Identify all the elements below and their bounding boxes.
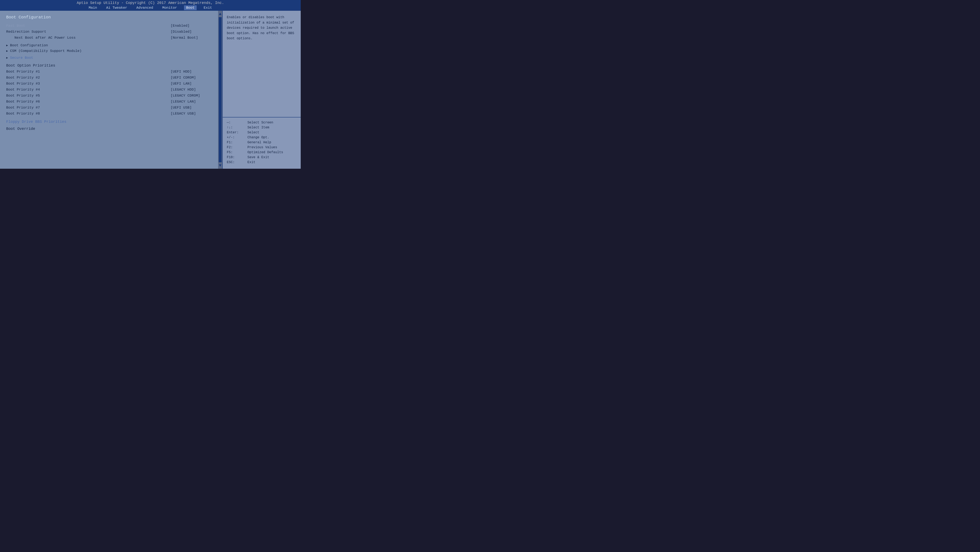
desc-change-opt: Change Opt. — [247, 136, 269, 139]
boot-priority-7-label: Boot Priority #7 — [6, 106, 170, 110]
next-boot-row: Next Boot after AC Power Loss [Normal Bo… — [6, 36, 212, 40]
arrow-icon-secure: ► — [6, 56, 8, 59]
boot-priority-1-label: Boot Priority #1 — [6, 70, 170, 73]
scrollbar-thumb — [219, 17, 222, 119]
boot-priority-8: Boot Priority #8 [LEGACY USB] — [6, 112, 212, 116]
boot-priority-8-value[interactable]: [LEGACY USB] — [170, 112, 212, 116]
redirection-support-value[interactable]: [Disabled] — [170, 30, 212, 34]
boot-priority-2-label: Boot Priority #2 — [6, 76, 170, 80]
redirection-support-row: Redirection Support [Disabled] — [6, 30, 212, 34]
boot-priority-3-label: Boot Priority #3 — [6, 82, 170, 86]
arrow-icon-csm: ► — [6, 49, 8, 53]
boot-priority-3: Boot Priority #3 [UEFI LAN] — [6, 82, 212, 86]
submenu-csm-label: CSM (Compatibility Support Module) — [10, 49, 81, 53]
boot-priority-5-label: Boot Priority #5 — [6, 94, 170, 97]
menu-item-boot[interactable]: Boot — [184, 5, 197, 10]
boot-priority-4-label: Boot Priority #4 — [6, 88, 170, 92]
submenu-csm[interactable]: ► CSM (Compatibility Support Module) — [6, 49, 212, 53]
keybinding-enter: Enter: Select — [227, 131, 297, 134]
menu-bar: Aptio Setup Utility - Copyright (C) 2017… — [0, 0, 301, 11]
submenu-boot-config[interactable]: ► Boot Configuration — [6, 43, 212, 47]
boot-priority-4: Boot Priority #4 [LEGACY HDD] — [6, 88, 212, 92]
boot-priority-8-label: Boot Priority #8 — [6, 112, 170, 116]
redirection-support-label: Redirection Support — [6, 30, 170, 34]
boot-priority-7: Boot Priority #7 [UEFI USB] — [6, 106, 212, 110]
desc-select-screen: Select Screen — [247, 121, 273, 124]
keybinding-select-item: ↑↓: Select Item — [227, 126, 297, 129]
key-f2: F2: — [227, 145, 247, 149]
boot-priority-6-value[interactable]: [LEGACY LAN] — [170, 100, 212, 104]
boot-priority-2-value[interactable]: [UEFI CDROM] — [170, 76, 212, 80]
key-f1: F1: — [227, 140, 247, 144]
fast-boot-label: Fast Boot — [6, 24, 170, 28]
key-f10: F10: — [227, 155, 247, 159]
desc-select-item: Select Item — [247, 126, 269, 129]
menu-item-main[interactable]: Main — [86, 5, 99, 10]
floppy-priorities-link[interactable]: Floppy Drive BBS Priorities — [6, 120, 212, 124]
boot-priority-4-value[interactable]: [LEGACY HDD] — [170, 88, 212, 92]
submenu-secure-boot[interactable]: ► Secure Boot — [6, 56, 212, 60]
key-esc: ESC: — [227, 160, 247, 164]
boot-priority-1: Boot Priority #1 [UEFI HDD] — [6, 70, 212, 73]
bios-screen: Aptio Setup Utility - Copyright (C) 2017… — [0, 0, 301, 169]
scrollbar-track — [219, 17, 222, 162]
desc-f2: Previous Values — [247, 145, 277, 149]
boot-priority-5: Boot Priority #5 [LEGACY CDROM] — [6, 94, 212, 97]
key-enter: Enter: — [227, 131, 247, 134]
arrow-icon: ► — [6, 44, 8, 47]
submenu-secure-boot-label: Secure Boot — [10, 56, 33, 60]
submenu-boot-config-label: Boot Configuration — [10, 43, 48, 47]
keybinding-f10: F10: Save & Exit — [227, 155, 297, 159]
boot-priority-6-label: Boot Priority #6 — [6, 100, 170, 104]
help-text-area: Enables or disables boot with initializa… — [223, 11, 301, 117]
desc-esc: Exit — [247, 160, 255, 164]
key-f5: F5: — [227, 150, 247, 154]
right-panel: Enables or disables boot with initializa… — [222, 11, 301, 169]
keybinding-f2: F2: Previous Values — [227, 145, 297, 149]
boot-priority-6: Boot Priority #6 [LEGACY LAN] — [6, 100, 212, 104]
next-boot-value[interactable]: [Normal Boot] — [170, 36, 212, 40]
menu-item-ai-tweaker[interactable]: Ai Tweaker — [104, 5, 129, 10]
nav-menu: Main Ai Tweaker Advanced Monitor Boot Ex… — [86, 5, 214, 10]
keybinding-f1: F1: General Help — [227, 140, 297, 144]
content-wrapper: Boot Configuration Fast Boot [Enabled] R… — [0, 11, 301, 169]
desc-enter: Select — [247, 131, 259, 134]
boot-priority-7-value[interactable]: [UEFI USB] — [170, 106, 212, 110]
scroll-down-button[interactable]: ▼ — [219, 163, 221, 168]
keybinding-esc: ESC: Exit — [227, 160, 297, 164]
desc-f10: Save & Exit — [247, 155, 269, 159]
boot-priority-3-value[interactable]: [UEFI LAN] — [170, 82, 212, 86]
keybinding-change-opt: +/-: Change Opt. — [227, 136, 297, 139]
desc-f1: General Help — [247, 140, 271, 144]
desc-f5: Optimized Defaults — [247, 150, 283, 154]
left-panel: Boot Configuration Fast Boot [Enabled] R… — [0, 11, 218, 169]
scroll-up-button[interactable]: ▲ — [219, 11, 221, 16]
section-title: Boot Configuration — [6, 15, 212, 20]
key-change-opt: +/-: — [227, 136, 247, 139]
menu-item-monitor[interactable]: Monitor — [160, 5, 179, 10]
boot-priority-1-value[interactable]: [UEFI HDD] — [170, 70, 212, 73]
key-select-screen: ↔: — [227, 121, 247, 124]
scrollbar: ▲ ▼ — [218, 11, 222, 169]
menu-item-exit[interactable]: Exit — [202, 5, 214, 10]
boot-priority-5-value[interactable]: [LEGACY CDROM] — [170, 94, 212, 97]
key-select-item: ↑↓: — [227, 126, 247, 129]
next-boot-label: Next Boot after AC Power Loss — [6, 36, 170, 40]
app-title: Aptio Setup Utility - Copyright (C) 2017… — [77, 1, 224, 5]
help-text: Enables or disables boot with initializa… — [227, 16, 294, 40]
keybinding-f5: F5: Optimized Defaults — [227, 150, 297, 154]
boot-priorities-title: Boot Option Priorities — [6, 64, 212, 68]
boot-override-title: Boot Override — [6, 127, 212, 131]
menu-item-advanced[interactable]: Advanced — [134, 5, 155, 10]
keybindings-area: ↔: Select Screen ↑↓: Select Item Enter: … — [223, 117, 301, 169]
boot-priority-2: Boot Priority #2 [UEFI CDROM] — [6, 76, 212, 80]
fast-boot-row: Fast Boot [Enabled] — [6, 24, 212, 28]
fast-boot-value[interactable]: [Enabled] — [170, 24, 212, 28]
keybinding-select-screen: ↔: Select Screen — [227, 121, 297, 124]
